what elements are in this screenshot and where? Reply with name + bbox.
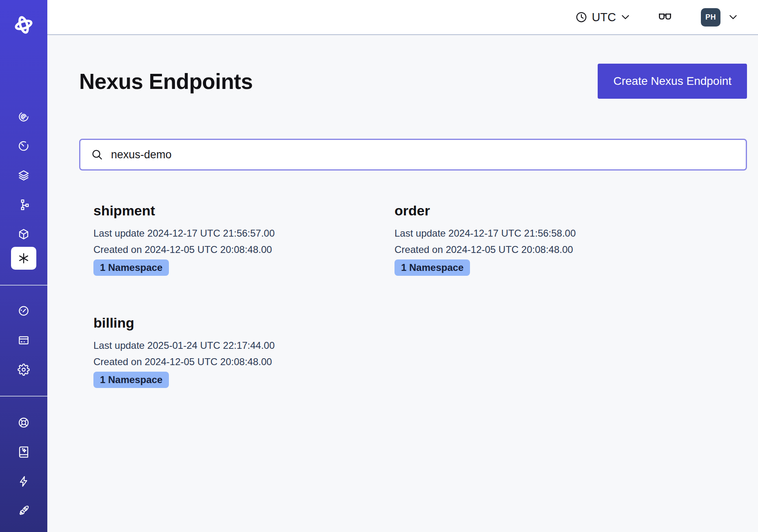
endpoint-card-order[interactable]: order Last update 2024-12-17 UTC 21:56:5… <box>380 188 681 288</box>
clock-icon <box>575 11 587 23</box>
timer-icon[interactable] <box>18 140 30 152</box>
lightning-icon[interactable] <box>18 475 30 488</box>
gear-icon[interactable] <box>18 364 30 376</box>
book-sparkle-icon[interactable] <box>18 446 30 458</box>
namespace-badge: 1 Namespace <box>93 372 169 388</box>
endpoint-card-shipment[interactable]: shipment Last update 2024-12-17 UTC 21:5… <box>79 188 380 288</box>
glasses-labs-button[interactable] <box>658 10 672 24</box>
create-nexus-endpoint-button[interactable]: Create Nexus Endpoint <box>598 64 747 99</box>
endpoint-name: billing <box>93 315 366 331</box>
timezone-label: UTC <box>592 11 616 24</box>
chevron-down-icon <box>728 12 738 22</box>
sidebar-divider <box>0 285 47 286</box>
page-title: Nexus Endpoints <box>79 69 253 94</box>
branch-icon[interactable] <box>18 199 30 211</box>
avatar: PH <box>701 8 720 27</box>
glasses-icon <box>658 10 672 24</box>
endpoint-search[interactable] <box>79 139 747 171</box>
search-input[interactable] <box>110 140 746 169</box>
timezone-selector[interactable]: UTC <box>575 11 631 24</box>
top-header: UTC PH <box>47 0 758 35</box>
endpoint-name: order <box>395 203 667 219</box>
endpoint-last-update: Last update 2025-01-24 UTC 22:17:44.00 <box>93 337 366 354</box>
endpoint-name: shipment <box>93 203 366 219</box>
cube-icon[interactable] <box>18 228 30 240</box>
temporal-logo-icon[interactable] <box>13 14 35 36</box>
sidebar <box>0 0 47 532</box>
spiral-eye-icon[interactable] <box>18 111 30 123</box>
endpoint-card-billing[interactable]: billing Last update 2025-01-24 UTC 22:17… <box>79 301 380 400</box>
endpoint-last-update: Last update 2024-12-17 UTC 21:56:58.00 <box>395 225 667 242</box>
account-menu[interactable]: PH <box>701 8 738 27</box>
asterisk-icon-active-tile[interactable] <box>11 247 36 270</box>
lifebuoy-icon[interactable] <box>18 417 30 429</box>
chevron-down-icon <box>620 12 631 22</box>
endpoint-created-on: Created on 2024-12-05 UTC 20:08:48.00 <box>93 242 366 258</box>
namespace-badge: 1 Namespace <box>93 259 169 276</box>
endpoint-card-grid: shipment Last update 2024-12-17 UTC 21:5… <box>79 188 747 400</box>
gauge-icon[interactable] <box>18 305 30 317</box>
namespace-badge: 1 Namespace <box>395 259 470 276</box>
endpoint-last-update: Last update 2024-12-17 UTC 21:56:57.00 <box>93 225 366 242</box>
sidebar-divider <box>0 396 47 397</box>
main-content: Nexus Endpoints Create Nexus Endpoint sh… <box>47 64 758 400</box>
credit-card-icon[interactable] <box>18 334 30 346</box>
endpoint-created-on: Created on 2024-12-05 UTC 20:08:48.00 <box>93 354 366 370</box>
rocket-icon[interactable] <box>18 505 30 517</box>
search-icon <box>91 149 103 161</box>
layers-icon[interactable] <box>18 169 30 182</box>
endpoint-created-on: Created on 2024-12-05 UTC 20:08:48.00 <box>395 242 667 258</box>
